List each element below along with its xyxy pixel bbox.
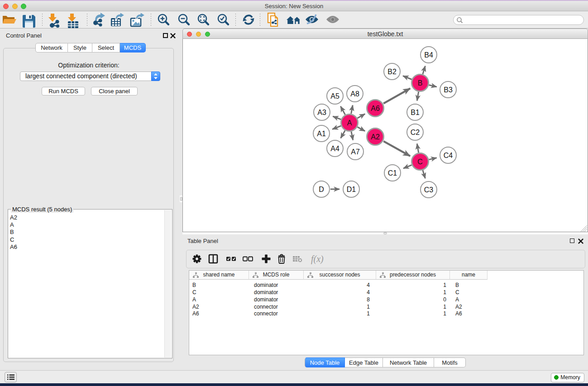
svg-text:B1: B1 bbox=[411, 109, 420, 116]
svg-text:A6: A6 bbox=[371, 105, 380, 112]
svg-text:B: B bbox=[418, 79, 423, 87]
svg-text:C3: C3 bbox=[424, 186, 434, 194]
svg-text:B2: B2 bbox=[387, 68, 397, 76]
svg-text:A3: A3 bbox=[317, 109, 326, 116]
svg-text:f(x): f(x) bbox=[311, 254, 324, 264]
svg-text:A5: A5 bbox=[330, 92, 339, 100]
svg-text:A8: A8 bbox=[350, 90, 359, 98]
svg-text:A7: A7 bbox=[351, 148, 360, 156]
svg-text:C1: C1 bbox=[388, 169, 397, 177]
svg-text:A: A bbox=[347, 119, 352, 127]
svg-text:A4: A4 bbox=[330, 145, 339, 152]
svg-text:D1: D1 bbox=[347, 186, 356, 193]
svg-text:B3: B3 bbox=[444, 86, 453, 94]
svg-text:A2: A2 bbox=[371, 133, 380, 141]
svg-text:D: D bbox=[319, 186, 324, 193]
svg-text:C2: C2 bbox=[411, 129, 420, 136]
svg-text:C4: C4 bbox=[444, 152, 453, 159]
svg-text:A1: A1 bbox=[317, 130, 326, 138]
svg-text:B4: B4 bbox=[424, 51, 433, 59]
svg-text:C: C bbox=[417, 158, 423, 166]
